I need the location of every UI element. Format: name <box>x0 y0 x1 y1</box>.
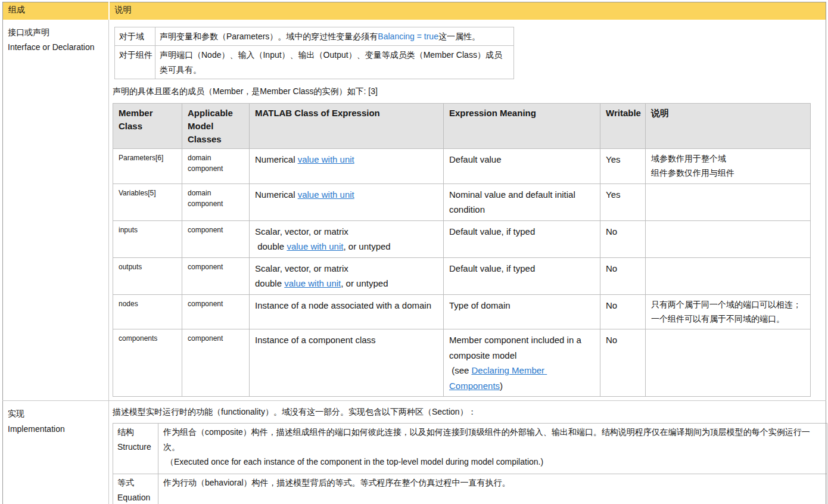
member-row-parameters: Parameters[6] domain component Numerical… <box>113 149 811 184</box>
cell-matlab-class: Numerical value with unit <box>250 149 444 184</box>
implementation-row-title: 实现 Implementation <box>3 401 109 504</box>
col-header-member-class: Member Class <box>113 104 182 149</box>
decl-domain-text-pre: 声明变量和参数（Parameters）。域中的穿过性变量必须有 <box>160 32 378 41</box>
value-with-unit-link[interactable]: value with unit <box>284 278 341 288</box>
cell-matlab-class: Scalar, vector, or matrix double value w… <box>250 220 444 257</box>
col-header-applicable-model-classes: Applicable Model Classes <box>182 104 250 149</box>
cell-applicable: component <box>182 294 250 329</box>
implementation-title-en: Implementation <box>8 422 105 437</box>
cell-member-class: inputs <box>113 220 182 257</box>
decl-component-text: 声明端口（Node）、输入（Input）、输出（Output）、变量等成员类（M… <box>160 50 502 74</box>
cell-writable: No <box>600 257 646 294</box>
cell-applicable: component <box>182 329 250 397</box>
implementation-content-cell: 描述模型实时运行时的功能（functionality）。域没有这一部分。实现包含… <box>109 401 826 504</box>
section-label-structure: 结构 Structure <box>113 424 158 474</box>
decl-row-component: 对于组件 声明端口（Node）、输入（Input）、输出（Output）、变量等… <box>115 46 514 79</box>
matlab-text-post: , or untyped <box>341 278 388 288</box>
document-page: 组成 说明 接口或声明 Interface or Declaration 对于域… <box>0 0 828 504</box>
decl-text-component: 声明端口（Node）、输入（Input）、输出（Output）、变量等成员类（M… <box>155 46 514 79</box>
cell-member-class: Variables[5] <box>113 183 182 220</box>
cell-applicable: component <box>182 257 250 294</box>
cell-expression-meaning: Default value, if typed <box>444 257 600 294</box>
implementation-title-zh: 实现 <box>8 406 105 422</box>
composition-table: 组成 说明 接口或声明 Interface or Declaration 对于域… <box>2 2 826 504</box>
col-header-expression-meaning: Expression Meaning <box>444 104 600 149</box>
decl-row-domain: 对于域 声明变量和参数（Parameters）。域中的穿过性变量必须有Balan… <box>115 27 514 46</box>
decl-domain-text-post: 这一属性。 <box>438 32 480 41</box>
value-with-unit-link[interactable]: value with unit <box>287 241 343 251</box>
cell-expression-meaning: Nominal value and default initial condit… <box>444 183 600 220</box>
cell-expression-meaning: Default value, if typed <box>444 220 600 257</box>
meaning-text-post: ) <box>500 381 503 391</box>
cell-writable: No <box>600 220 646 257</box>
decl-label-component: 对于组件 <box>115 46 155 79</box>
section-label-en: Equation <box>117 490 156 504</box>
cell-writable: No <box>600 294 646 329</box>
declaration-table: 对于域 声明变量和参数（Parameters）。域中的穿过性变量必须有Balan… <box>114 27 514 80</box>
cell-expression-meaning: Type of domain <box>444 294 600 329</box>
value-with-unit-link[interactable]: value with unit <box>298 189 354 200</box>
member-row-outputs: outputs component Scalar, vector, or mat… <box>113 257 811 294</box>
member-note: 声明的具体且匿名的成员（Member，是Member Class的实例）如下: … <box>113 85 822 98</box>
matlab-text-pre: Numerical <box>255 154 298 164</box>
cell-note: 域参数作用于整个域 组件参数仅作用与组件 <box>646 149 811 184</box>
section-row-structure: 结构 Structure 作为组合（composite）构件，描述组成组件的端口… <box>113 424 827 474</box>
col-header-shuoming: 说明 <box>646 104 811 149</box>
cell-note <box>646 220 811 257</box>
value-with-unit-link[interactable]: value with unit <box>298 154 354 164</box>
member-table-header-row: Member Class Applicable Model Classes MA… <box>113 104 811 149</box>
cell-note <box>646 183 811 220</box>
member-class-table: Member Class Applicable Model Classes MA… <box>113 103 811 397</box>
cell-member-class: components <box>113 329 182 397</box>
decl-text-domain: 声明变量和参数（Parameters）。域中的穿过性变量必须有Balancing… <box>155 27 514 46</box>
cell-applicable: domain component <box>182 183 250 220</box>
section-text-structure: 作为组合（composite）构件，描述组成组件的端口如何彼此连接，以及如何连接… <box>158 424 827 474</box>
cell-writable: Yes <box>600 183 646 220</box>
interface-title-zh: 接口或声明 <box>8 25 105 41</box>
cell-writable: No <box>600 329 646 397</box>
member-row-variables: Variables[5] domain component Numerical … <box>113 183 811 220</box>
section-row-equation: 等式 Equation 作为行动（behavioral）构件，描述模型背后的等式… <box>113 474 827 504</box>
cell-note <box>646 329 811 397</box>
header-composition: 组成 <box>3 2 109 20</box>
member-row-inputs: inputs component Scalar, vector, or matr… <box>113 220 811 257</box>
cell-member-class: outputs <box>113 257 182 294</box>
cell-expression-meaning: Default value <box>444 149 600 184</box>
implementation-intro: 描述模型实时运行时的功能（functionality）。域没有这一部分。实现包含… <box>113 405 822 419</box>
cell-matlab-class: Numerical value with unit <box>250 183 444 220</box>
col-header-matlab-class: MATLAB Class of Expression <box>250 104 444 149</box>
member-row-nodes: nodes component Instance of a node assoc… <box>113 294 811 329</box>
interface-row: 接口或声明 Interface or Declaration 对于域 声明变量和… <box>3 20 826 401</box>
cell-matlab-class: Scalar, vector, or matrix double value w… <box>250 257 444 294</box>
cell-applicable: domain component <box>182 149 250 184</box>
cell-applicable: component <box>182 220 250 257</box>
section-table: 结构 Structure 作为组合（composite）构件，描述组成组件的端口… <box>113 423 827 504</box>
matlab-text-pre: Numerical <box>255 189 298 200</box>
col-header-writable: Writable <box>600 104 646 149</box>
cell-expression-meaning: Member component included in a composite… <box>444 329 600 397</box>
section-label-equation: 等式 Equation <box>113 474 158 504</box>
table-header-row: 组成 说明 <box>3 2 826 20</box>
interface-title-en: Interface or Declaration <box>8 40 105 55</box>
section-text-equation: 作为行动（behavioral）构件，描述模型背后的等式。等式程序在整个仿真过程… <box>158 474 827 504</box>
section-label-zh: 等式 <box>117 475 156 490</box>
cell-note <box>646 257 811 294</box>
interface-row-title: 接口或声明 Interface or Declaration <box>3 20 109 401</box>
cell-matlab-class: Instance of a node associated with a dom… <box>250 294 444 329</box>
section-label-zh: 结构 <box>117 425 156 440</box>
cell-member-class: nodes <box>113 294 182 329</box>
decl-label-domain: 对于域 <box>115 27 155 46</box>
cell-note: 只有两个属于同一个域的端口可以相连； 一个组件可以有属于不同域的端口。 <box>646 294 811 329</box>
cell-member-class: Parameters[6] <box>113 149 182 184</box>
matlab-text-post: , or untyped <box>343 241 390 251</box>
implementation-row: 实现 Implementation 描述模型实时运行时的功能（functiona… <box>3 401 826 504</box>
section-label-en: Structure <box>117 440 156 455</box>
header-description: 说明 <box>109 2 826 20</box>
interface-content-cell: 对于域 声明变量和参数（Parameters）。域中的穿过性变量必须有Balan… <box>109 20 826 401</box>
cell-writable: Yes <box>600 149 646 184</box>
balancing-true-link[interactable]: Balancing = true <box>378 32 438 41</box>
cell-matlab-class: Instance of a component class <box>250 329 444 397</box>
member-row-components: components component Instance of a compo… <box>113 329 811 397</box>
